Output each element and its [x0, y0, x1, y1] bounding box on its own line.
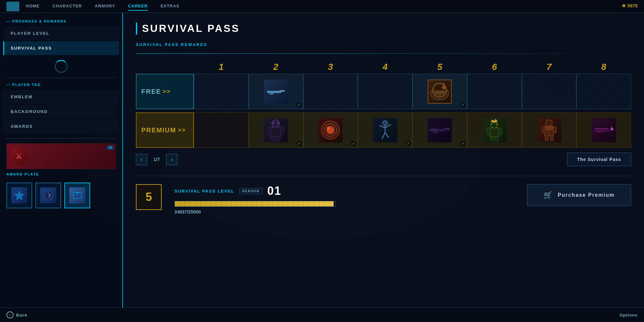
- svg-rect-56: [594, 129, 611, 131]
- options-button[interactable]: Options: [620, 313, 638, 317]
- premium-cell-5-check: ✓: [460, 141, 466, 146]
- svg-rect-45: [495, 137, 498, 141]
- svg-rect-21: [272, 137, 275, 141]
- top-navigation: HOME CHARACTER ARMORY CAREER EXTRAS ★ 56…: [0, 0, 644, 13]
- award-plate-icon-1: [11, 187, 27, 204]
- svg-point-15: [442, 86, 445, 89]
- sidebar-item-emblem[interactable]: EMBLEM: [3, 90, 119, 104]
- premium-cell-6: [467, 112, 522, 148]
- nav-items: HOME CHARACTER ARMORY CAREER EXTRAS: [26, 2, 638, 11]
- premium-cell-2: ✓: [249, 112, 303, 148]
- nav-item-character[interactable]: CHARACTER: [52, 2, 82, 11]
- back-circle-icon: ○: [6, 311, 14, 318]
- svg-rect-7: [267, 91, 281, 93]
- nav-item-armory[interactable]: ARMORY: [95, 2, 115, 11]
- free-cell-2: ✓: [249, 74, 303, 109]
- svg-rect-20: [280, 127, 284, 134]
- svg-rect-19: [268, 127, 271, 134]
- page-indicator: 1/7: [154, 157, 160, 162]
- free-cell-3: [303, 74, 358, 109]
- award-plate-icon-3: ✕: [69, 187, 85, 204]
- tier-6: 6: [467, 62, 522, 72]
- progress-header: SURVIVAL PASS LEVEL SEASON 01: [175, 184, 514, 198]
- svg-rect-50: [542, 127, 545, 133]
- free-cell-2-check: ✓: [297, 102, 302, 108]
- banner-level: 10: [107, 145, 114, 150]
- svg-text:✕: ✕: [76, 192, 79, 195]
- award-plate-2[interactable]: ☽: [35, 183, 61, 208]
- cart-icon: 🛒: [544, 191, 553, 199]
- premium-reward-char1: [264, 118, 288, 142]
- sidebar-section-progress: PROGRESS & REWARDS: [3, 19, 119, 23]
- svg-rect-37: [433, 131, 438, 133]
- next-page-button[interactable]: ›: [166, 154, 177, 165]
- player-tag-section: PLAYER TAG EMBLEM BACKGROUND AWARDS: [3, 83, 119, 133]
- free-row-label: FREE >>: [136, 74, 194, 109]
- free-reward-row: FREE >> ✓: [136, 74, 631, 109]
- tier-3: 3: [303, 62, 358, 72]
- svg-point-10: [281, 91, 282, 92]
- free-cell-8: [576, 74, 631, 109]
- nav-logo: [6, 2, 19, 11]
- svg-point-24: [277, 122, 279, 124]
- rewards-divider: [136, 53, 631, 54]
- svg-rect-36: [444, 128, 450, 130]
- prev-page-button[interactable]: ‹: [136, 154, 147, 165]
- premium-reward-char3: [537, 118, 561, 142]
- season-badge: SEASON: [239, 188, 262, 194]
- xp-progress-bar-container: [175, 201, 336, 207]
- sidebar-section-player-tag: PLAYER TAG: [3, 83, 119, 87]
- free-reward-gun: [264, 80, 288, 104]
- svg-point-28: [327, 127, 330, 130]
- svg-rect-38: [430, 129, 436, 130]
- sidebar-divider-2: [6, 138, 116, 138]
- loading-area: [3, 60, 119, 73]
- nav-item-extras[interactable]: EXTRAS: [161, 2, 180, 11]
- purchase-premium-button[interactable]: 🛒 Purchase Premium: [527, 184, 631, 206]
- season-number: 01: [267, 184, 281, 198]
- svg-rect-42: [487, 128, 490, 134]
- nav-item-home[interactable]: HOME: [26, 2, 40, 11]
- sidebar-item-background[interactable]: BACKGROUND: [3, 105, 119, 118]
- award-plate-1[interactable]: [6, 183, 32, 208]
- premium-cell-2-check: ✓: [297, 141, 302, 146]
- svg-rect-14: [435, 91, 444, 93]
- svg-rect-53: [550, 136, 553, 141]
- svg-text:☽: ☽: [46, 193, 50, 198]
- tier-8: 8: [576, 62, 631, 72]
- svg-rect-43: [499, 128, 502, 134]
- bottom-navigation-bar: ○ Back Options: [0, 308, 644, 322]
- premium-reward-orb: [318, 118, 343, 142]
- svg-rect-18: [270, 127, 281, 137]
- award-plates-container: ☽ ✕: [3, 179, 119, 212]
- free-cell-5-check: ✓: [460, 102, 466, 108]
- free-cell-5: ✓: [412, 74, 467, 109]
- loading-spinner: [55, 60, 68, 73]
- premium-cell-7: [522, 112, 577, 148]
- svg-line-34: [385, 133, 389, 137]
- pagination-bar: ‹ 1/7 › The Survival Pass: [136, 153, 631, 166]
- free-cell-7: [522, 74, 577, 109]
- page-title: SURVIVAL PASS: [136, 23, 631, 34]
- back-button[interactable]: ○ Back: [6, 311, 27, 318]
- tier-5: 5: [412, 62, 467, 72]
- svg-line-33: [382, 133, 385, 138]
- svg-rect-58: [598, 131, 602, 133]
- survival-pass-info-button[interactable]: The Survival Pass: [567, 153, 631, 166]
- award-plate-3[interactable]: ✕: [64, 183, 90, 208]
- free-reward-helmet: [428, 80, 452, 104]
- progress-title: SURVIVAL PASS LEVEL: [175, 189, 234, 194]
- sidebar-item-awards[interactable]: AWARDS: [3, 119, 119, 133]
- premium-cell-4-check: ✓: [406, 141, 411, 146]
- sidebar-item-survival-pass[interactable]: SURVIVAL PASS: [3, 41, 119, 55]
- svg-point-39: [445, 129, 447, 131]
- svg-point-48: [546, 120, 552, 126]
- free-cell-6: [467, 74, 522, 109]
- nav-item-career[interactable]: CAREER: [128, 2, 148, 11]
- premium-reward-char2: [482, 118, 507, 142]
- svg-point-46: [491, 123, 493, 125]
- banner-avatar: ⚔: [10, 147, 28, 165]
- main-content: SURVIVAL PASS SURVIVAL PASS REWARDS 1 2 …: [122, 13, 644, 322]
- sidebar-item-player-level[interactable]: PLAYER LEVEL: [3, 26, 119, 40]
- premium-reward-row: PREMIUM >> ✓: [136, 112, 631, 148]
